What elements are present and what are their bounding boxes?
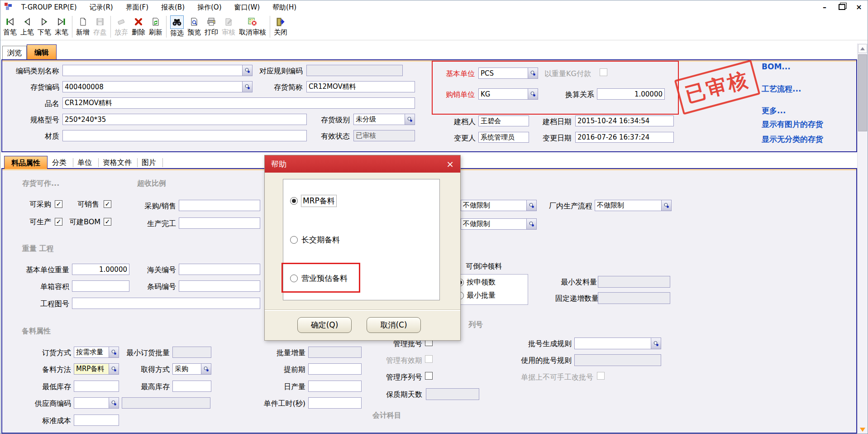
manage-serial-checkbox[interactable] <box>425 372 433 380</box>
prod-name-field[interactable] <box>62 97 415 109</box>
box-volume-input[interactable] <box>72 281 129 291</box>
show-unclassified-link[interactable]: 显示无分类的存货 <box>762 134 823 145</box>
purchase-sale-ratio-field[interactable] <box>179 200 260 211</box>
drawing-number-input[interactable] <box>72 298 260 309</box>
bom-link[interactable]: BOM... <box>762 62 791 71</box>
lookup-icon[interactable] <box>528 68 538 78</box>
prep-method-field[interactable] <box>74 363 119 375</box>
lookup-icon[interactable] <box>242 82 252 92</box>
acquire-mode-input[interactable] <box>173 364 201 374</box>
trade-unit-input[interactable] <box>479 89 528 99</box>
lookup-icon[interactable] <box>109 347 119 357</box>
option-long-lead[interactable]: 长交期备料 <box>290 235 340 245</box>
spec-input[interactable] <box>63 114 306 125</box>
unit-time-field[interactable] <box>308 397 362 409</box>
limit-field-1[interactable] <box>461 200 537 211</box>
customs-code-input[interactable] <box>179 264 260 275</box>
tab-edit[interactable]: 编辑 <box>27 44 57 59</box>
min-stock-field[interactable] <box>74 381 119 392</box>
lookup-icon[interactable] <box>661 200 671 211</box>
max-stock-input[interactable] <box>173 381 211 391</box>
tab-unit[interactable]: 单位 <box>77 158 92 167</box>
lookup-icon[interactable] <box>528 89 538 99</box>
production-ratio-field[interactable] <box>179 217 260 229</box>
limit-field-2[interactable] <box>461 218 537 230</box>
more-link[interactable]: 更多... <box>762 106 786 116</box>
last-record-button[interactable]: 末笔 <box>53 15 70 36</box>
menu-record[interactable]: 记录(R) <box>83 3 119 12</box>
cancel-dialog-button[interactable]: 取消(C) <box>367 317 421 333</box>
prev-record-button[interactable]: 上笔 <box>19 15 36 36</box>
purchase-sale-ratio-input[interactable] <box>179 200 260 211</box>
close-window-icon[interactable]: × <box>854 2 864 11</box>
show-with-images-link[interactable]: 显示有图片的存货 <box>762 119 823 130</box>
menu-help[interactable]: 帮助(H) <box>266 3 303 12</box>
tab-qualification[interactable]: 资格文件 <box>103 158 132 167</box>
new-button[interactable]: 新增 <box>74 15 91 36</box>
menu-interface[interactable]: 界面(F) <box>119 3 155 12</box>
menu-operation[interactable]: 操作(O) <box>191 3 228 12</box>
lead-time-field[interactable] <box>308 363 362 375</box>
vertical-scrollbar[interactable] <box>857 43 868 434</box>
delete-button[interactable]: 删除 <box>130 15 147 36</box>
tab-classification[interactable]: 分类 <box>52 158 67 167</box>
inv-abbr-input[interactable] <box>307 82 415 92</box>
dialog-title-bar[interactable]: 帮助 × <box>265 155 460 173</box>
conversion-field[interactable] <box>597 88 665 100</box>
inv-level-field[interactable] <box>353 114 415 125</box>
ok-button[interactable]: 确定(Q) <box>297 317 352 333</box>
sellable-checkbox[interactable] <box>104 200 111 208</box>
base-weight-field[interactable] <box>72 264 129 275</box>
batch-rule-field[interactable] <box>574 338 661 349</box>
lookup-icon[interactable] <box>526 219 536 229</box>
customs-code-field[interactable] <box>179 264 260 275</box>
menu-file[interactable]: T-GROUP ERP(E) <box>15 3 83 11</box>
lead-time-input[interactable] <box>309 364 361 374</box>
prod-name-input[interactable] <box>63 98 415 108</box>
lookup-icon[interactable] <box>201 364 211 374</box>
lookup-icon[interactable] <box>526 200 536 211</box>
std-cost-input[interactable] <box>74 415 119 425</box>
tab-browse[interactable]: 浏览 <box>2 46 27 59</box>
factory-flow-input[interactable] <box>595 200 661 211</box>
min-stock-input[interactable] <box>74 381 119 391</box>
limit-input-2[interactable] <box>461 219 526 229</box>
lookup-icon[interactable] <box>405 114 415 125</box>
daily-output-input[interactable] <box>309 381 361 391</box>
barcode-field[interactable] <box>179 280 260 292</box>
refresh-button[interactable]: 刷新 <box>147 15 164 36</box>
scroll-down-button[interactable] <box>858 425 867 434</box>
base-unit-input[interactable] <box>479 68 528 78</box>
next-record-button[interactable]: 下笔 <box>36 15 53 36</box>
unit-time-input[interactable] <box>309 398 361 408</box>
scroll-up-button[interactable] <box>858 44 867 53</box>
menu-report[interactable]: 报表(B) <box>155 3 191 12</box>
factory-flow-field[interactable] <box>595 200 672 211</box>
supplier-code-field[interactable] <box>74 397 119 409</box>
inv-code-field[interactable] <box>62 81 253 92</box>
order-mode-input[interactable] <box>74 347 109 357</box>
code-type-input[interactable] <box>63 65 242 76</box>
minimize-icon[interactable]: – <box>820 2 830 11</box>
tab-images[interactable]: 图片 <box>142 158 156 167</box>
tab-item-attributes[interactable]: 料品属性 <box>4 156 48 169</box>
limit-input-1[interactable] <box>461 200 526 211</box>
restore-icon[interactable] <box>837 2 847 11</box>
mrp-radio[interactable] <box>290 197 298 205</box>
acquire-mode-field[interactable] <box>172 363 211 375</box>
production-ratio-input[interactable] <box>179 218 260 228</box>
menu-window[interactable]: 窗口(W) <box>228 3 267 12</box>
preview-button[interactable]: 预览 <box>186 15 203 36</box>
inv-level-input[interactable] <box>354 114 405 125</box>
trade-unit-field[interactable] <box>478 88 538 100</box>
inv-abbr-field[interactable] <box>306 81 415 92</box>
material-field[interactable] <box>62 130 307 141</box>
max-stock-field[interactable] <box>172 381 211 392</box>
print-button[interactable]: 打印 <box>203 15 220 36</box>
material-input[interactable] <box>63 130 306 141</box>
cancel-audit-button[interactable]: 取消审核 <box>237 15 268 36</box>
issue-mode-min-batch[interactable]: 最小批量 <box>456 291 528 300</box>
conversion-input[interactable] <box>597 89 664 99</box>
inv-code-input[interactable] <box>63 82 242 92</box>
base-weight-input[interactable] <box>72 264 129 275</box>
